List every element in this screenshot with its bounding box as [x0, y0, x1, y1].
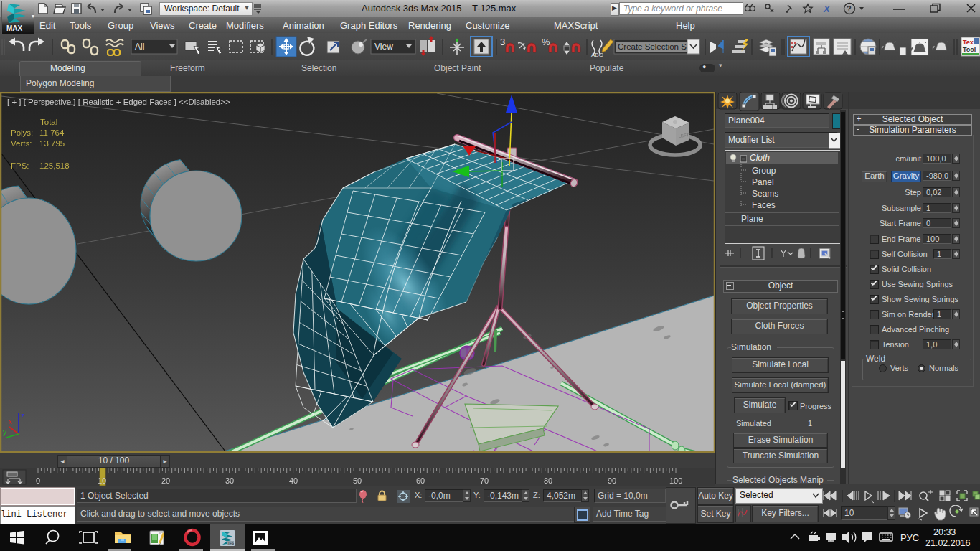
svg-text:All: All [135, 42, 144, 52]
svg-text:y: y [3, 428, 6, 436]
svg-text:x: x [9, 418, 12, 425]
svg-text:Create Selection Se: Create Selection Se [618, 42, 691, 51]
svg-text:?: ? [847, 4, 852, 13]
svg-text:FPS:: FPS: [11, 161, 29, 170]
svg-text:Tool: Tool [963, 46, 976, 53]
svg-text:TFS: TFS [228, 542, 235, 545]
svg-text:ABC: ABC [591, 52, 603, 58]
svg-text:40: 40 [289, 476, 298, 485]
svg-text:11 764: 11 764 [39, 128, 65, 137]
svg-text:50: 50 [353, 476, 362, 485]
svg-text:70: 70 [480, 476, 489, 485]
svg-text:Polys:: Polys: [11, 128, 33, 137]
svg-text:10: 10 [98, 476, 106, 485]
svg-text:Verts:: Verts: [11, 139, 32, 148]
svg-text:0: 0 [36, 476, 40, 485]
svg-text:X: X [823, 4, 831, 14]
svg-text:[ + ] [ Perspective ] [ Realis: [ + ] [ Perspective ] [ Realistic + Edge… [7, 98, 230, 106]
svg-text:80: 80 [544, 476, 552, 485]
svg-text:View: View [374, 42, 393, 52]
svg-text:90: 90 [608, 476, 616, 485]
svg-text:20: 20 [161, 476, 170, 485]
svg-text:60: 60 [416, 476, 425, 485]
svg-text:Tex: Tex [963, 39, 974, 46]
svg-text:z: z [21, 412, 24, 420]
svg-text:3: 3 [500, 37, 505, 47]
svg-text:100: 100 [669, 476, 682, 485]
svg-text:30: 30 [225, 476, 234, 485]
svg-text:125,518: 125,518 [39, 161, 70, 170]
svg-text:Total: Total [40, 118, 57, 126]
svg-text:13 795: 13 795 [39, 139, 65, 148]
